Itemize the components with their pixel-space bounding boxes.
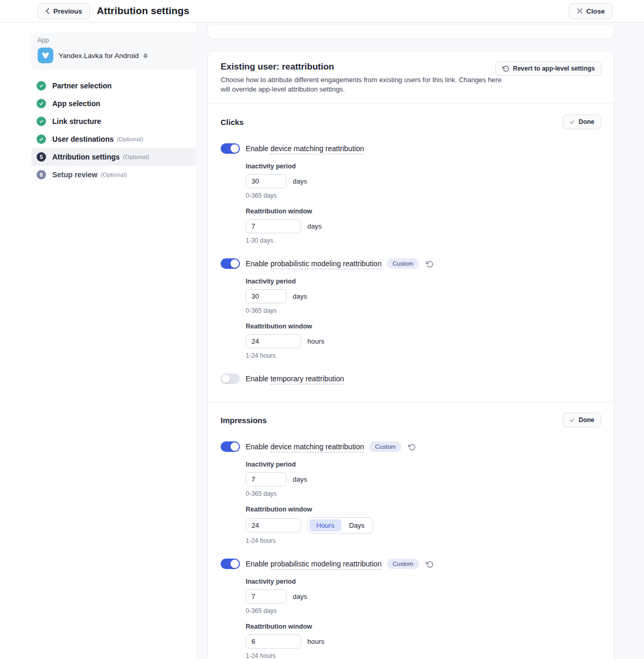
toggle-label: Enable probabilistic modeling reattribut… — [246, 560, 382, 568]
app-row: Yandex.Lavka for Android — [38, 48, 190, 63]
undo-icon[interactable] — [426, 560, 433, 568]
page-title: Attribution settings — [97, 5, 189, 17]
wizard-steps: Partner selection App selection Link str… — [31, 77, 196, 184]
undo-icon[interactable] — [426, 260, 433, 268]
field-hint: 1-24 hours — [246, 652, 601, 659]
clicks-title: Clicks — [221, 118, 244, 127]
step-check-icon — [37, 99, 46, 108]
reattribution-window-field: Reattribution window hours 1-24 hours — [246, 623, 601, 659]
field-hint: 1-24 hours — [246, 352, 601, 359]
toggle-label: Enable device matching reattribution — [246, 144, 364, 153]
step-check-icon — [37, 117, 46, 126]
inactivity-period-input[interactable] — [246, 472, 286, 486]
card-header: Existing user: reattribution Choose how … — [208, 51, 614, 104]
clicks-probabilistic-row: Enable probabilistic modeling reattribut… — [221, 258, 601, 269]
undo-icon — [502, 65, 509, 72]
sidebar-item-attribution-settings[interactable]: 5 Attribution settings (Optional) — [31, 148, 196, 166]
wizard-sidebar: App Yandex.Lavka for Android — [31, 22, 196, 659]
reattribution-window-field: Reattribution window hours 1-24 hours — [246, 323, 601, 359]
previous-section-card — [208, 26, 614, 39]
tooltip-term[interactable]: probabilistic modeling reattribution — [270, 560, 381, 570]
step-check-icon — [37, 81, 46, 90]
app-label: App — [38, 37, 190, 44]
sidebar-item-user-destinations[interactable]: User destinations (Optional) — [31, 130, 196, 148]
custom-badge: Custom — [387, 258, 419, 269]
reattribution-window-input[interactable] — [246, 634, 301, 649]
check-icon — [569, 417, 575, 423]
clicks-probabilistic-toggle[interactable] — [221, 258, 240, 269]
revert-to-app-level-button[interactable]: Revert to app-level settings — [495, 61, 602, 76]
clicks-temporary-toggle[interactable] — [221, 373, 240, 384]
clicks-device-matching-toggle[interactable] — [221, 143, 240, 154]
field-hint: 1-30 days — [246, 237, 601, 244]
inactivity-period-field: Inactivity period days 0-365 days — [246, 278, 601, 314]
android-icon — [142, 52, 149, 59]
previous-button[interactable]: Previous — [38, 3, 90, 19]
sidebar-item-app-selection[interactable]: App selection — [31, 95, 196, 112]
field-hint: 0-365 days — [246, 192, 601, 199]
clicks-done-button[interactable]: Done — [562, 115, 601, 129]
field-hint: 1-24 hours — [246, 537, 601, 544]
inactivity-period-field: Inactivity period days 0-365 days — [246, 578, 601, 615]
reattribution-card: Existing user: reattribution Choose how … — [208, 51, 614, 659]
impressions-section: Impressions Done Enable device matching … — [208, 402, 614, 659]
impressions-probabilistic-row: Enable probabilistic modeling reattribut… — [221, 559, 601, 569]
reattribution-window-field: Reattribution window Hours Days 1-24 hou… — [246, 506, 601, 544]
field-hint: 0-365 days — [246, 307, 601, 314]
inactivity-period-field: Inactivity period days 0-365 days — [246, 163, 601, 199]
sidebar-item-partner-selection[interactable]: Partner selection — [31, 77, 196, 95]
app-logo-icon — [38, 48, 53, 63]
inactivity-period-field: Inactivity period days 0-365 days — [246, 461, 601, 497]
clicks-device-matching-row: Enable device matching reattribution — [221, 143, 601, 154]
impressions-done-button[interactable]: Done — [562, 413, 601, 427]
top-bar: Previous Attribution settings Close — [0, 0, 644, 22]
check-icon — [569, 119, 575, 125]
step-check-icon — [37, 134, 46, 144]
field-hint: 0-365 days — [246, 607, 601, 615]
app-box: App Yandex.Lavka for Android — [31, 32, 196, 70]
reattribution-window-input[interactable] — [246, 219, 301, 233]
inactivity-period-input[interactable] — [246, 174, 286, 188]
undo-icon[interactable] — [408, 443, 416, 451]
previous-label: Previous — [53, 7, 82, 15]
card-description: Choose how to attribute different engage… — [221, 75, 505, 94]
app-name: Yandex.Lavka for Android — [59, 52, 149, 60]
impressions-title: Impressions — [221, 416, 267, 425]
tooltip-term[interactable]: temporary reattribution — [270, 374, 344, 384]
inactivity-period-input[interactable] — [246, 289, 286, 303]
sidebar-item-setup-review[interactable]: 6 Setup review (Optional) — [31, 166, 196, 184]
close-button[interactable]: Close — [569, 3, 613, 19]
tooltip-term[interactable]: device matching reattribution — [270, 442, 364, 452]
sidebar-item-link-structure[interactable]: Link structure — [31, 112, 196, 130]
impressions-device-matching-row: Enable device matching reattribution Cus… — [221, 441, 601, 452]
custom-badge: Custom — [369, 441, 401, 452]
toggle-label: Enable device matching reattribution — [246, 442, 364, 451]
tooltip-term[interactable]: device matching reattribution — [270, 144, 364, 154]
segment-days[interactable]: Days — [342, 519, 372, 531]
close-icon — [577, 8, 583, 14]
toggle-label: Enable temporary reattribution — [246, 374, 344, 383]
chevron-left-icon — [45, 8, 50, 14]
clicks-section: Clicks Done Enable device matching reatt… — [208, 104, 614, 402]
step-number-badge: 5 — [37, 152, 46, 162]
clicks-temporary-row: Enable temporary reattribution — [221, 373, 601, 384]
custom-badge: Custom — [387, 559, 419, 569]
step-number-badge: 6 — [37, 170, 46, 179]
impressions-device-matching-toggle[interactable] — [221, 441, 240, 452]
field-hint: 0-365 days — [246, 490, 601, 497]
toggle-label: Enable probabilistic modeling reattribut… — [246, 259, 382, 268]
impressions-probabilistic-toggle[interactable] — [221, 559, 240, 569]
reattribution-window-input[interactable] — [246, 518, 301, 532]
main-content: Existing user: reattribution Choose how … — [196, 22, 644, 659]
tooltip-term[interactable]: probabilistic modeling reattribution — [270, 259, 381, 269]
hours-days-segmented-control: Hours Days — [307, 517, 373, 533]
reattribution-window-field: Reattribution window days 1-30 days — [246, 208, 601, 244]
reattribution-window-input[interactable] — [246, 334, 301, 348]
inactivity-period-input[interactable] — [246, 589, 286, 604]
close-label: Close — [586, 7, 605, 15]
segment-hours[interactable]: Hours — [309, 519, 341, 531]
